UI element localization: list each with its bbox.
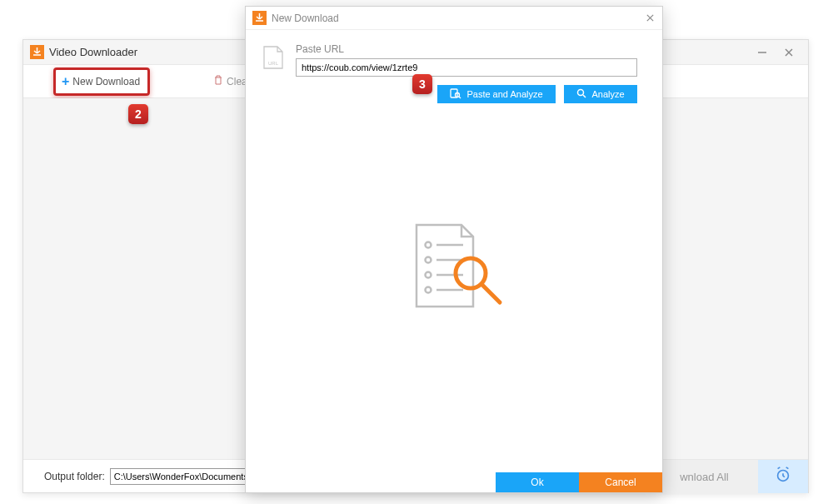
svg-point-12 xyxy=(426,242,431,248)
dialog-body: URL Paste URL Paste a xyxy=(246,30,662,103)
svg-point-16 xyxy=(426,272,431,278)
minimize-icon[interactable] xyxy=(756,47,768,58)
analyze-button[interactable]: Analyze xyxy=(564,85,637,103)
dialog-title: New Download xyxy=(272,12,644,24)
svg-text:URL: URL xyxy=(268,61,279,66)
new-download-button[interactable]: + New Download xyxy=(55,71,147,92)
new-download-label: New Download xyxy=(72,76,140,87)
paste-and-analyze-button[interactable]: Paste and Analyze xyxy=(437,85,556,103)
annotation-badge-3: 3 xyxy=(412,74,432,94)
paste-url-label: Paste URL xyxy=(296,43,637,55)
clock-icon xyxy=(774,466,792,487)
output-folder-input[interactable] xyxy=(110,468,252,485)
download-all-button[interactable]: wnload All xyxy=(650,460,758,493)
svg-line-9 xyxy=(459,97,461,98)
cancel-button[interactable]: Cancel xyxy=(579,472,662,492)
schedule-button[interactable] xyxy=(758,460,808,493)
search-icon xyxy=(576,88,586,100)
url-input[interactable] xyxy=(296,58,637,77)
dialog-app-icon xyxy=(252,11,267,25)
dialog-close-icon[interactable] xyxy=(644,12,656,24)
output-folder-label: Output folder: xyxy=(44,471,105,482)
window-controls xyxy=(756,47,795,58)
ok-button[interactable]: Ok xyxy=(496,472,579,492)
dialog-titlebar: New Download xyxy=(246,7,662,30)
svg-point-14 xyxy=(426,257,431,263)
new-download-dialog: New Download URL Paste URL xyxy=(245,6,663,493)
annotation-badge-2: 2 xyxy=(128,104,148,124)
url-document-icon: URL xyxy=(261,43,286,70)
svg-point-18 xyxy=(426,287,431,293)
plus-icon: + xyxy=(62,74,69,89)
document-search-illustration xyxy=(400,223,508,315)
paste-search-icon xyxy=(450,88,461,101)
close-icon[interactable] xyxy=(783,47,795,58)
svg-line-21 xyxy=(482,285,500,302)
trash-icon xyxy=(213,75,227,87)
app-download-icon xyxy=(30,45,44,59)
svg-point-10 xyxy=(578,90,584,96)
dialog-footer: Ok Cancel xyxy=(246,472,662,492)
svg-line-11 xyxy=(583,95,586,97)
